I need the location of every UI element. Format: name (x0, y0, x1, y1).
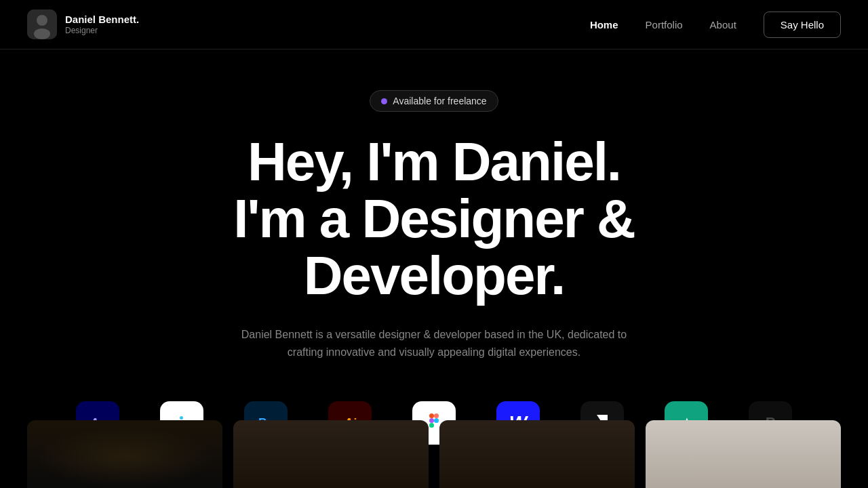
portfolio-strip (0, 420, 868, 488)
freelance-badge: Available for freelance (370, 90, 498, 112)
portfolio-card-1[interactable] (27, 420, 222, 488)
svg-rect-10 (429, 413, 434, 418)
hero-subtext: Daniel Bennett is a versatile designer &… (237, 326, 631, 361)
nav-home[interactable]: Home (590, 19, 618, 30)
portfolio-card-3[interactable] (439, 420, 635, 488)
hero-headline: Hey, I'm Daniel. I'm a Designer & Develo… (129, 134, 739, 304)
nav-portfolio[interactable]: Portfolio (646, 19, 683, 30)
svg-point-2 (34, 28, 50, 39)
nav-links: Home Portfolio About Say Hello (590, 12, 841, 38)
portfolio-card-4[interactable] (646, 420, 841, 488)
svg-point-1 (37, 15, 47, 26)
avatar (27, 9, 57, 39)
hero-headline-line2: I'm a Designer & Developer. (233, 188, 635, 306)
portfolio-card-2[interactable] (233, 420, 429, 488)
svg-rect-5 (180, 416, 183, 420)
badge-label: Available for freelance (393, 96, 486, 106)
say-hello-button[interactable]: Say Hello (764, 12, 841, 38)
badge-dot (381, 98, 387, 104)
svg-rect-11 (434, 413, 439, 418)
nav-about[interactable]: About (710, 19, 736, 30)
brand-role: Designer (65, 26, 139, 35)
hero-section: Available for freelance Hey, I'm Daniel.… (0, 49, 868, 401)
brand-name: Daniel Bennett. (65, 14, 139, 26)
hero-headline-line1: Hey, I'm Daniel. (248, 131, 620, 192)
brand: Daniel Bennett. Designer (27, 9, 139, 39)
brand-text: Daniel Bennett. Designer (65, 14, 139, 35)
navbar: Daniel Bennett. Designer Home Portfolio … (0, 0, 868, 49)
